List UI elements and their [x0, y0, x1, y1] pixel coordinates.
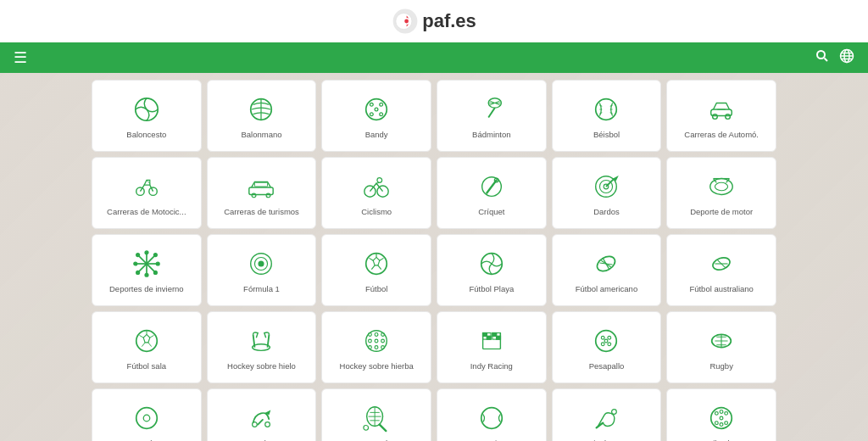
rugby-label: Rugby	[709, 361, 732, 371]
table-tennis-icon	[591, 403, 621, 433]
svg-point-117	[608, 336, 611, 339]
svg-point-120	[605, 339, 609, 343]
futbol-label: Fútbol	[365, 284, 387, 293]
badminton-icon	[476, 94, 507, 125]
sport-card-futbol-americano[interactable]: Fútbol americano	[552, 234, 662, 306]
sport-card-deporte-motor[interactable]: Deporte de motor	[666, 157, 776, 229]
svg-point-16	[380, 103, 383, 106]
svg-point-100	[369, 339, 372, 343]
sport-card-unihockey[interactable]: Unihockey	[666, 388, 776, 441]
sport-card-futbol-playa[interactable]: Fútbol Playa	[437, 234, 547, 306]
search-icon[interactable]	[815, 49, 829, 66]
sport-card-futbol-australiano[interactable]: Fútbol australiano	[666, 234, 776, 306]
sport-card-carreras-turismos[interactable]: Carreras de turismos	[207, 157, 317, 229]
svg-point-45	[377, 177, 382, 182]
hockey-hielo-label: Hockey sobre hielo	[227, 361, 296, 371]
svg-line-135	[380, 424, 387, 431]
svg-point-140	[711, 408, 732, 429]
svg-point-41	[253, 193, 257, 198]
sport-card-pesapallo[interactable]: Pesapallo	[552, 311, 662, 383]
svg-point-141	[715, 411, 719, 415]
formula1-label: Fórmula 1	[243, 284, 280, 293]
svg-line-89	[150, 335, 154, 338]
header: paf.es	[0, 0, 868, 42]
sport-card-futbol[interactable]: Fútbol	[321, 234, 431, 306]
sport-card-rugby[interactable]: Rugby	[666, 311, 776, 383]
baloncesto-label: Baloncesto	[126, 130, 166, 139]
svg-line-92	[139, 335, 143, 338]
sport-card-snooker[interactable]: Snooker	[92, 388, 202, 441]
svg-line-77	[370, 258, 374, 260]
badminton-label: Bádminton	[472, 130, 510, 139]
deportes-invierno-label: Deportes de invierno	[109, 284, 184, 293]
svg-point-15	[370, 103, 374, 106]
handball-icon	[246, 94, 276, 125]
sport-card-ciclismo[interactable]: Ciclismo	[321, 157, 431, 229]
logo[interactable]: paf.es	[392, 8, 476, 35]
sport-card-hockey-hielo[interactable]: Hockey sobre hielo	[207, 311, 317, 383]
sport-card-criquet[interactable]: Críquet	[437, 157, 547, 229]
svg-line-90	[148, 343, 152, 347]
sport-card-futbol-sala[interactable]: Fútbol sala	[92, 311, 202, 383]
svg-point-63	[156, 262, 159, 265]
svg-point-64	[136, 254, 140, 257]
svg-point-129	[265, 422, 270, 427]
sport-card-formula1[interactable]: Fórmula 1	[207, 234, 317, 306]
winter-sports-icon	[131, 248, 162, 279]
criquet-label: Críquet	[478, 207, 504, 216]
svg-point-126	[136, 408, 158, 429]
speedway-icon	[246, 403, 276, 433]
sport-card-baloncesto[interactable]: Baloncesto	[92, 80, 202, 152]
sport-card-dardos[interactable]: Dardos	[552, 157, 662, 229]
balonmano-label: Balonmano	[241, 130, 281, 139]
american-football-icon	[591, 248, 621, 279]
svg-point-62	[134, 262, 137, 265]
language-icon[interactable]	[839, 48, 854, 67]
logo-icon	[392, 8, 419, 35]
beach-soccer-icon	[476, 248, 507, 279]
sport-card-indy-racing[interactable]: Indy Racing	[437, 311, 547, 383]
svg-line-31	[610, 113, 613, 114]
menu-icon[interactable]: ☰	[14, 48, 27, 67]
svg-point-67	[136, 271, 140, 274]
sport-card-squash[interactable]: Squash	[321, 388, 431, 441]
snooker-icon	[131, 403, 162, 433]
sport-card-carreras-auto[interactable]: Carreras de Automó.	[666, 80, 776, 152]
svg-point-17	[370, 113, 374, 116]
logo-text: paf.es	[422, 10, 476, 32]
svg-point-145	[725, 421, 728, 425]
squash-icon	[361, 403, 392, 433]
svg-line-29	[610, 105, 613, 106]
sport-card-bandy[interactable]: Bandy	[321, 80, 431, 152]
sport-card-hockey-hierba[interactable]: Hockey sobre hierba	[321, 311, 431, 383]
cricket-icon	[476, 171, 507, 202]
svg-point-19	[375, 108, 378, 111]
baseball-icon	[591, 94, 621, 125]
sport-card-carreras-moto[interactable]: Carreras de Motocic...	[92, 157, 202, 229]
dardos-label: Dardos	[593, 207, 620, 216]
svg-point-127	[143, 415, 150, 421]
sport-card-speedway[interactable]: Speedway	[207, 388, 317, 441]
svg-point-115	[596, 331, 617, 352]
futbol-playa-label: Fútbol Playa	[469, 284, 514, 293]
svg-point-119	[608, 343, 611, 346]
svg-point-4	[817, 51, 825, 59]
tennis-icon	[476, 403, 507, 433]
svg-line-46	[376, 182, 380, 183]
svg-point-61	[145, 273, 148, 276]
racing-car-icon	[706, 94, 737, 125]
sport-card-deportes-invierno[interactable]: Deportes de invierno	[92, 234, 202, 306]
sport-card-tenis[interactable]: Tenis	[437, 388, 547, 441]
carreras-turismos-label: Carreras de turismos	[224, 207, 299, 216]
sport-card-beisbol[interactable]: Béisbol	[552, 80, 662, 152]
svg-point-33	[713, 114, 718, 119]
sport-card-tenis-mesa[interactable]: Tenis de mesa	[552, 388, 662, 441]
svg-point-143	[720, 416, 723, 420]
sport-card-badminton[interactable]: Bádminton	[437, 80, 547, 152]
sport-card-balonmano[interactable]: Balonmano	[207, 80, 317, 152]
car-race-icon	[246, 171, 276, 202]
svg-point-3	[404, 20, 409, 24]
svg-line-91	[142, 343, 145, 347]
pesapallo-icon	[591, 326, 621, 356]
svg-point-14	[366, 99, 387, 120]
